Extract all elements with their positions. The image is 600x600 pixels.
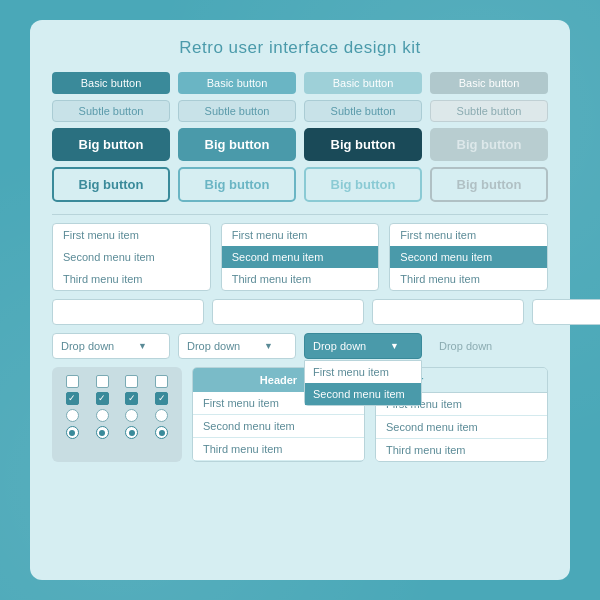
dropdown-2-wrap: Drop down ▼: [178, 333, 296, 359]
dropdown-3-menu: First menu item Second menu item: [304, 360, 422, 406]
basic-button-1[interactable]: Basic button: [52, 72, 170, 94]
dropdown-1[interactable]: Drop down ▼: [52, 333, 170, 359]
subtle-button-2[interactable]: Subtle button: [178, 100, 296, 122]
cb-7[interactable]: [120, 392, 145, 405]
menu-1-item-3[interactable]: Third menu item: [53, 268, 210, 290]
dropdown-3-wrap: Drop down ▼ First menu item Second menu …: [304, 333, 422, 359]
radio-2[interactable]: [96, 409, 109, 422]
menu-box-2: First menu item Second menu item Third m…: [221, 223, 380, 291]
big-outline-button-3[interactable]: Big button: [304, 167, 422, 202]
big-button-2[interactable]: Big button: [178, 128, 296, 161]
big-outline-button-2[interactable]: Big button: [178, 167, 296, 202]
checkbox-3[interactable]: [125, 375, 138, 388]
dropdown-4[interactable]: Drop down: [430, 333, 548, 359]
radio-row-2: [60, 426, 174, 439]
checkbox-row-2: [60, 392, 174, 405]
menu-box-1: First menu item Second menu item Third m…: [52, 223, 211, 291]
subtle-button-4[interactable]: Subtle button: [430, 100, 548, 122]
big-outline-button-1[interactable]: Big button: [52, 167, 170, 202]
dropdown-3-arrow: ▼: [390, 341, 399, 351]
cb-4[interactable]: [149, 375, 174, 388]
menu-2-item-2[interactable]: Second menu item: [222, 246, 379, 268]
dropdown-2-arrow: ▼: [264, 341, 273, 351]
input-3[interactable]: [372, 299, 524, 325]
cb-8[interactable]: [149, 392, 174, 405]
divider-1: [52, 214, 548, 215]
input-2[interactable]: [212, 299, 364, 325]
bottom-section: Header First menu item Second menu item …: [52, 367, 548, 462]
big-button-3[interactable]: Big button: [304, 128, 422, 161]
controls-panel: [52, 367, 182, 462]
big-outline-button-4[interactable]: Big button: [430, 167, 548, 202]
checkbox-6[interactable]: [96, 392, 109, 405]
dropdown-3-item-1[interactable]: First menu item: [305, 361, 421, 383]
checkbox-8[interactable]: [155, 392, 168, 405]
table-2-row-2[interactable]: Second menu item: [376, 416, 547, 439]
radio-1[interactable]: [66, 409, 79, 422]
menu-1-item-1[interactable]: First menu item: [53, 224, 210, 246]
big-buttons-row-1: Big button Big button Big button Big but…: [52, 128, 548, 161]
basic-button-2[interactable]: Basic button: [178, 72, 296, 94]
menu-3-item-3[interactable]: Third menu item: [390, 268, 547, 290]
dropdown-1-arrow: ▼: [138, 341, 147, 351]
dropdown-2-label: Drop down: [187, 340, 240, 352]
basic-button-4[interactable]: Basic button: [430, 72, 548, 94]
dropdown-3-label: Drop down: [313, 340, 366, 352]
radio-4[interactable]: [155, 409, 168, 422]
cb-5[interactable]: [60, 392, 85, 405]
checkbox-4[interactable]: [155, 375, 168, 388]
cb-1[interactable]: [60, 375, 85, 388]
dropdown-4-ghost: Drop down: [430, 333, 548, 359]
subtle-button-1[interactable]: Subtle button: [52, 100, 170, 122]
page-title: Retro user interface design kit: [52, 38, 548, 58]
dropdown-2[interactable]: Drop down ▼: [178, 333, 296, 359]
button-section: Basic button Basic button Basic button B…: [52, 72, 548, 202]
input-4[interactable]: [532, 299, 600, 325]
subtle-buttons-row: Subtle button Subtle button Subtle butto…: [52, 100, 548, 122]
input-row: [52, 299, 548, 325]
checkbox-2[interactable]: [96, 375, 109, 388]
cb-3[interactable]: [120, 375, 145, 388]
basic-buttons-row: Basic button Basic button Basic button B…: [52, 72, 548, 94]
main-card: Retro user interface design kit Basic bu…: [30, 20, 570, 580]
table-1-row-3[interactable]: Third menu item: [193, 438, 364, 460]
cb-2[interactable]: [90, 375, 115, 388]
menu-2-item-1[interactable]: First menu item: [222, 224, 379, 246]
radio-8[interactable]: [155, 426, 168, 439]
radio-row-1: [60, 409, 174, 422]
big-outline-buttons-row: Big button Big button Big button Big but…: [52, 167, 548, 202]
big-button-4[interactable]: Big button: [430, 128, 548, 161]
radio-5[interactable]: [66, 426, 79, 439]
menu-1-item-2[interactable]: Second menu item: [53, 246, 210, 268]
big-button-1[interactable]: Big button: [52, 128, 170, 161]
radio-6[interactable]: [96, 426, 109, 439]
radio-7[interactable]: [125, 426, 138, 439]
checkbox-7[interactable]: [125, 392, 138, 405]
checkbox-1[interactable]: [66, 375, 79, 388]
menu-2-item-3[interactable]: Third menu item: [222, 268, 379, 290]
menu-section: First menu item Second menu item Third m…: [52, 223, 548, 291]
menu-3-item-1[interactable]: First menu item: [390, 224, 547, 246]
dropdown-3-item-2[interactable]: Second menu item: [305, 383, 421, 405]
dropdown-1-wrap: Drop down ▼: [52, 333, 170, 359]
menu-3-item-2[interactable]: Second menu item: [390, 246, 547, 268]
dropdown-4-label: Drop down: [439, 340, 492, 352]
menu-box-3: First menu item Second menu item Third m…: [389, 223, 548, 291]
dropdown-1-label: Drop down: [61, 340, 114, 352]
input-1[interactable]: [52, 299, 204, 325]
table-2-row-3[interactable]: Third menu item: [376, 439, 547, 461]
basic-button-3[interactable]: Basic button: [304, 72, 422, 94]
dropdown-row: Drop down ▼ Drop down ▼ Drop down ▼ Firs…: [52, 333, 548, 359]
checkbox-5[interactable]: [66, 392, 79, 405]
cb-6[interactable]: [90, 392, 115, 405]
subtle-button-3[interactable]: Subtle button: [304, 100, 422, 122]
radio-3[interactable]: [125, 409, 138, 422]
table-1-row-2[interactable]: Second menu item: [193, 415, 364, 438]
checkbox-row-1: [60, 375, 174, 388]
dropdown-3[interactable]: Drop down ▼: [304, 333, 422, 359]
